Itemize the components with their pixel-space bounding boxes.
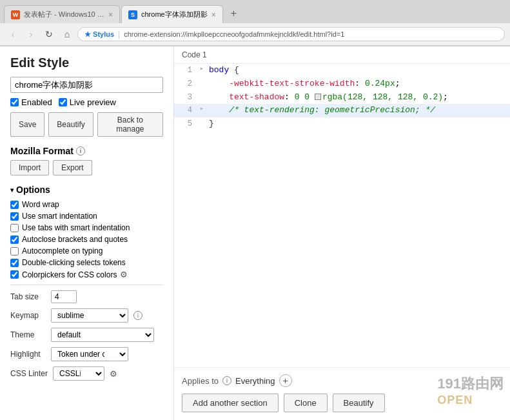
applies-to-info-icon[interactable]: i (222, 376, 231, 385)
code-line-4: 4 ▸ /* text-rendering: geometricPrecisio… (174, 104, 510, 117)
new-tab-button[interactable]: + (224, 4, 243, 23)
live-preview-checkbox[interactable] (59, 98, 67, 106)
back-button[interactable]: ‹ (5, 26, 21, 42)
option-smart-indent: Use smart indentation (10, 212, 163, 221)
bottom-buttons: Add another section Clone Beautify (174, 391, 510, 420)
beautify-right-button[interactable]: Beautify (333, 394, 385, 412)
forward-button[interactable]: › (23, 26, 39, 42)
tab-1-close[interactable]: × (108, 10, 113, 19)
code-area[interactable]: Code 1 1 ▸ body { 2 -webkit-text-stroke-… (174, 46, 510, 367)
main-content: Edit Style Enabled Live preview Save Bea… (0, 46, 510, 420)
style-name-input[interactable] (10, 77, 163, 93)
tab-2[interactable]: S chrome字体添加阴影 × (121, 5, 223, 23)
import-button[interactable]: Import (10, 160, 49, 175)
code-line-3: 3 text-shadow: 0 0 rgba(128, 128, 128, 0… (174, 91, 510, 105)
theme-label: Theme (10, 330, 46, 339)
right-panel: Code 1 1 ▸ body { 2 -webkit-text-stroke-… (174, 46, 510, 420)
keymap-info-icon[interactable]: i (133, 311, 142, 320)
theme-select[interactable]: default dark solarized (51, 328, 154, 342)
clone-button[interactable]: Clone (284, 394, 328, 412)
tab-1-favicon: W (11, 10, 20, 19)
live-preview-checkbox-label[interactable]: Live preview (59, 97, 116, 107)
tab-size-label: Tab size (10, 292, 46, 301)
applies-to-row: Applies to i Everything + (174, 367, 510, 391)
beautify-button[interactable]: Beautify (48, 112, 93, 137)
tab-size-row: Tab size (10, 290, 163, 303)
line-content-2: -webkit-text-stroke-width: 0.24px; (209, 77, 505, 91)
keymap-label: Keymap (10, 311, 46, 320)
address-url: chrome-extension://imkplloepccneoofgodaf… (124, 30, 344, 38)
autoclose-checkbox[interactable] (10, 235, 19, 244)
left-panel: Edit Style Enabled Live preview Save Bea… (0, 46, 174, 420)
tab-1-label: 发表帖子 - Windows10 论坛 - 玩... (24, 10, 104, 19)
highlight-select[interactable]: Token under cursor All tokens None (51, 347, 128, 361)
applies-to-label: Applies to (182, 376, 219, 386)
line-num-3: 3 (179, 91, 192, 104)
option-colorpickers: Colorpickers for CSS colors ⚙ (10, 270, 163, 279)
tab-2-label: chrome字体添加阴影 (141, 10, 208, 19)
nav-bar: ‹ › ↻ ⌂ ★ Stylus | chrome-extension://im… (0, 23, 510, 46)
tab-2-close[interactable]: × (211, 10, 216, 19)
css-linter-label: CSS Linter (10, 369, 48, 378)
colorpickers-gear-icon[interactable]: ⚙ (120, 270, 128, 279)
save-button[interactable]: Save (10, 112, 44, 137)
highlight-label: Highlight (10, 350, 46, 359)
divider-1 (10, 285, 163, 285)
browser-chrome: W 发表帖子 - Windows10 论坛 - 玩... × S chrome字… (0, 0, 510, 46)
page-title: Edit Style (10, 55, 163, 70)
tab-size-input[interactable] (51, 290, 77, 303)
export-button[interactable]: Export (53, 160, 92, 175)
options-triangle: ▾ (10, 186, 14, 194)
line-arrow-4: ▸ (200, 104, 206, 114)
back-to-manage-button[interactable]: Back to manage (97, 112, 163, 137)
mozilla-format-info-icon[interactable]: i (76, 146, 85, 155)
home-button[interactable]: ⌂ (59, 26, 75, 42)
line-content-3: text-shadow: 0 0 rgba(128, 128, 128, 0.2… (209, 91, 505, 105)
code-editor[interactable]: 1 ▸ body { 2 -webkit-text-stroke-width: … (174, 64, 510, 131)
stylus-badge: ★ Stylus (84, 30, 114, 39)
mozilla-format-title: Mozilla Format i (10, 146, 163, 156)
tab-bar: W 发表帖子 - Windows10 论坛 - 玩... × S chrome字… (0, 0, 510, 23)
option-tabs-smart-indent: Use tabs with smart indentation (10, 223, 163, 232)
applies-to-add-button[interactable]: + (279, 374, 292, 387)
smart-indent-checkbox[interactable] (10, 212, 19, 221)
action-buttons: Save Beautify Back to manage (10, 112, 163, 137)
tab-1[interactable]: W 发表帖子 - Windows10 论坛 - 玩... × (4, 5, 120, 23)
line-content-1: body { (209, 64, 505, 77)
highlight-row: Highlight Token under cursor All tokens … (10, 347, 163, 361)
format-buttons: Import Export (10, 160, 163, 175)
enabled-checkbox-label[interactable]: Enabled (10, 97, 52, 107)
css-linter-select[interactable]: CSSLint stylelint None (53, 366, 104, 381)
option-autoclose: Autoclose brackets and quotes (10, 235, 163, 244)
line-content-5: } (209, 117, 505, 131)
theme-row: Theme default dark solarized (10, 328, 163, 342)
option-double-click: Double-clicking selects tokens (10, 258, 163, 267)
tab-2-favicon: S (128, 10, 137, 19)
line-content-4: /* text-rendering: geometricPrecision; *… (209, 104, 505, 117)
line-num-2: 2 (179, 77, 192, 90)
line-num-4: 4 (179, 104, 192, 117)
reload-button[interactable]: ↻ (41, 26, 57, 42)
autocomplete-checkbox[interactable] (10, 247, 19, 255)
enabled-live-row: Enabled Live preview (10, 97, 163, 107)
applies-to-value: Everything (235, 376, 275, 386)
css-linter-gear-icon[interactable]: ⚙ (110, 369, 117, 379)
options-title: ▾ Options (10, 185, 163, 195)
colorpickers-checkbox[interactable] (10, 270, 19, 279)
address-bar[interactable]: ★ Stylus | chrome-extension://imkplloepc… (77, 27, 505, 41)
double-click-checkbox[interactable] (10, 259, 19, 267)
code-line-1: 1 ▸ body { (174, 64, 510, 77)
add-another-section-button[interactable]: Add another section (182, 394, 279, 412)
option-autocomplete: Autocomplete on typing (10, 246, 163, 255)
code-line-5: 5 } (174, 117, 510, 131)
line-num-5: 5 (179, 117, 192, 130)
keymap-row: Keymap default sublime vim emacs i (10, 308, 163, 323)
word-wrap-checkbox[interactable] (10, 201, 19, 209)
color-swatch[interactable] (315, 94, 321, 100)
line-num-1: 1 (179, 64, 192, 77)
tabs-smart-indent-checkbox[interactable] (10, 224, 19, 232)
keymap-select[interactable]: default sublime vim emacs (51, 308, 128, 323)
line-arrow-1: ▸ (200, 64, 206, 74)
code-line-2: 2 -webkit-text-stroke-width: 0.24px; (174, 77, 510, 91)
enabled-checkbox[interactable] (10, 98, 19, 106)
